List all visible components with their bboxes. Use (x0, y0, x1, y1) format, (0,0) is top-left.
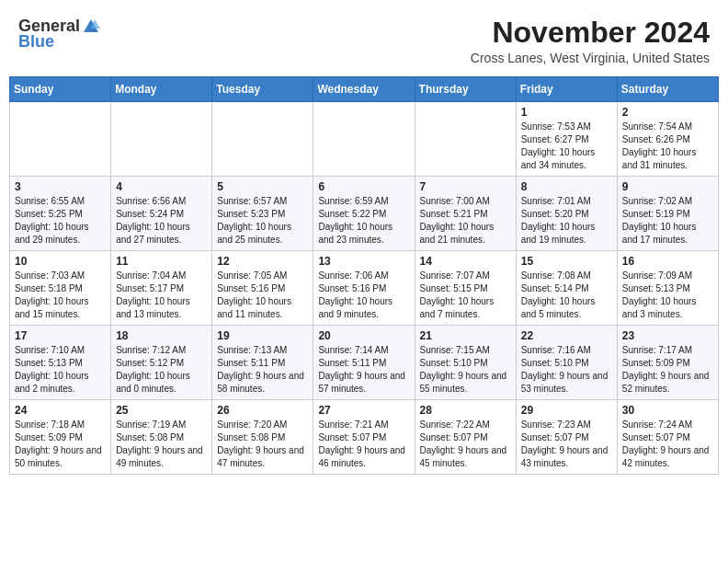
day-number: 7 (420, 180, 511, 193)
day-info: Sunrise: 7:22 AM Sunset: 5:07 PM Dayligh… (420, 419, 511, 470)
day-number: 15 (521, 255, 612, 268)
day-number: 13 (318, 255, 409, 268)
day-number: 25 (116, 404, 207, 417)
calendar-cell: 19Sunrise: 7:13 AM Sunset: 5:11 PM Dayli… (212, 326, 313, 400)
calendar-cell: 16Sunrise: 7:09 AM Sunset: 5:13 PM Dayli… (617, 251, 718, 326)
calendar-cell: 28Sunrise: 7:22 AM Sunset: 5:07 PM Dayli… (415, 400, 516, 475)
day-number: 8 (521, 180, 612, 193)
day-info: Sunrise: 7:10 AM Sunset: 5:13 PM Dayligh… (15, 344, 106, 396)
day-info: Sunrise: 7:54 AM Sunset: 6:26 PM Dayligh… (622, 121, 713, 172)
calendar-cell (10, 102, 111, 177)
day-number: 9 (622, 180, 713, 193)
day-number: 23 (622, 329, 713, 342)
logo-icon (82, 17, 100, 36)
day-number: 18 (116, 329, 207, 342)
day-number: 27 (318, 404, 409, 417)
calendar-cell: 29Sunrise: 7:23 AM Sunset: 5:07 PM Dayli… (516, 400, 617, 475)
calendar-cell: 4Sunrise: 6:56 AM Sunset: 5:24 PM Daylig… (111, 177, 212, 251)
calendar-cell: 15Sunrise: 7:08 AM Sunset: 5:14 PM Dayli… (516, 251, 617, 326)
day-info: Sunrise: 7:14 AM Sunset: 5:11 PM Dayligh… (318, 344, 409, 396)
calendar-week-row: 17Sunrise: 7:10 AM Sunset: 5:13 PM Dayli… (10, 326, 719, 400)
day-info: Sunrise: 7:23 AM Sunset: 5:07 PM Dayligh… (521, 419, 612, 470)
calendar-cell (212, 102, 313, 177)
calendar-cell: 27Sunrise: 7:21 AM Sunset: 5:07 PM Dayli… (313, 400, 415, 475)
day-info: Sunrise: 7:17 AM Sunset: 5:09 PM Dayligh… (622, 344, 713, 396)
day-info: Sunrise: 7:53 AM Sunset: 6:27 PM Dayligh… (521, 121, 612, 172)
page-header: General Blue November 2024 Cross Lanes, … (9, 9, 719, 69)
day-number: 30 (622, 404, 713, 417)
calendar-cell: 8Sunrise: 7:01 AM Sunset: 5:20 PM Daylig… (516, 177, 617, 251)
day-info: Sunrise: 6:56 AM Sunset: 5:24 PM Dayligh… (116, 195, 207, 247)
day-info: Sunrise: 7:18 AM Sunset: 5:09 PM Dayligh… (15, 419, 106, 470)
day-number: 28 (420, 404, 511, 417)
calendar-cell (313, 102, 415, 177)
calendar-cell: 6Sunrise: 6:59 AM Sunset: 5:22 PM Daylig… (313, 177, 415, 251)
day-info: Sunrise: 7:12 AM Sunset: 5:12 PM Dayligh… (116, 344, 207, 396)
day-number: 17 (15, 329, 106, 342)
day-number: 21 (420, 329, 511, 342)
day-number: 2 (622, 106, 713, 119)
calendar-cell: 20Sunrise: 7:14 AM Sunset: 5:11 PM Dayli… (313, 326, 415, 400)
logo-blue-text: Blue (18, 32, 54, 52)
calendar-cell (111, 102, 212, 177)
day-info: Sunrise: 7:19 AM Sunset: 5:08 PM Dayligh… (116, 419, 207, 470)
calendar-cell: 9Sunrise: 7:02 AM Sunset: 5:19 PM Daylig… (617, 177, 718, 251)
day-info: Sunrise: 7:00 AM Sunset: 5:21 PM Dayligh… (420, 195, 511, 247)
calendar-cell: 17Sunrise: 7:10 AM Sunset: 5:13 PM Dayli… (10, 326, 111, 400)
calendar-cell (415, 102, 516, 177)
calendar-day-header: Friday (516, 77, 617, 102)
calendar-cell: 2Sunrise: 7:54 AM Sunset: 6:26 PM Daylig… (617, 102, 718, 177)
day-number: 12 (217, 255, 308, 268)
day-number: 24 (15, 404, 106, 417)
day-number: 11 (116, 255, 207, 268)
day-number: 19 (217, 329, 308, 342)
calendar-week-row: 1Sunrise: 7:53 AM Sunset: 6:27 PM Daylig… (10, 102, 719, 177)
calendar-day-header: Sunday (10, 77, 111, 102)
calendar-week-row: 10Sunrise: 7:03 AM Sunset: 5:18 PM Dayli… (10, 251, 719, 326)
day-info: Sunrise: 7:13 AM Sunset: 5:11 PM Dayligh… (217, 344, 308, 396)
day-info: Sunrise: 7:21 AM Sunset: 5:07 PM Dayligh… (318, 419, 409, 470)
calendar-cell: 25Sunrise: 7:19 AM Sunset: 5:08 PM Dayli… (111, 400, 212, 475)
title-area: November 2024 Cross Lanes, West Virginia… (471, 17, 710, 65)
calendar-cell: 3Sunrise: 6:55 AM Sunset: 5:25 PM Daylig… (10, 177, 111, 251)
calendar-cell: 23Sunrise: 7:17 AM Sunset: 5:09 PM Dayli… (617, 326, 718, 400)
calendar-cell: 13Sunrise: 7:06 AM Sunset: 5:16 PM Dayli… (313, 251, 415, 326)
month-title: November 2024 (471, 17, 710, 49)
calendar-week-row: 3Sunrise: 6:55 AM Sunset: 5:25 PM Daylig… (10, 177, 719, 251)
day-number: 6 (318, 180, 409, 193)
day-number: 22 (521, 329, 612, 342)
day-info: Sunrise: 7:24 AM Sunset: 5:07 PM Dayligh… (622, 419, 713, 470)
calendar-day-header: Thursday (415, 77, 516, 102)
day-info: Sunrise: 7:06 AM Sunset: 5:16 PM Dayligh… (318, 270, 409, 321)
day-info: Sunrise: 7:04 AM Sunset: 5:17 PM Dayligh… (116, 270, 207, 321)
calendar-table: SundayMondayTuesdayWednesdayThursdayFrid… (9, 76, 719, 475)
calendar-cell: 7Sunrise: 7:00 AM Sunset: 5:21 PM Daylig… (415, 177, 516, 251)
day-info: Sunrise: 6:59 AM Sunset: 5:22 PM Dayligh… (318, 195, 409, 247)
day-info: Sunrise: 7:16 AM Sunset: 5:10 PM Dayligh… (521, 344, 612, 396)
day-info: Sunrise: 7:05 AM Sunset: 5:16 PM Dayligh… (217, 270, 308, 321)
calendar-cell: 21Sunrise: 7:15 AM Sunset: 5:10 PM Dayli… (415, 326, 516, 400)
calendar-cell: 5Sunrise: 6:57 AM Sunset: 5:23 PM Daylig… (212, 177, 313, 251)
day-info: Sunrise: 7:01 AM Sunset: 5:20 PM Dayligh… (521, 195, 612, 247)
day-number: 4 (116, 180, 207, 193)
calendar-day-header: Tuesday (212, 77, 313, 102)
day-info: Sunrise: 7:20 AM Sunset: 5:08 PM Dayligh… (217, 419, 308, 470)
day-number: 3 (15, 180, 106, 193)
location-text: Cross Lanes, West Virginia, United State… (471, 51, 710, 65)
day-number: 29 (521, 404, 612, 417)
calendar-cell: 26Sunrise: 7:20 AM Sunset: 5:08 PM Dayli… (212, 400, 313, 475)
day-number: 20 (318, 329, 409, 342)
day-number: 1 (521, 106, 612, 119)
calendar-cell: 30Sunrise: 7:24 AM Sunset: 5:07 PM Dayli… (617, 400, 718, 475)
logo: General Blue (18, 17, 100, 52)
calendar-day-header: Saturday (617, 77, 718, 102)
calendar-cell: 24Sunrise: 7:18 AM Sunset: 5:09 PM Dayli… (10, 400, 111, 475)
day-info: Sunrise: 6:55 AM Sunset: 5:25 PM Dayligh… (15, 195, 106, 247)
day-info: Sunrise: 7:02 AM Sunset: 5:19 PM Dayligh… (622, 195, 713, 247)
calendar-cell: 1Sunrise: 7:53 AM Sunset: 6:27 PM Daylig… (516, 102, 617, 177)
day-number: 5 (217, 180, 308, 193)
calendar-header-row: SundayMondayTuesdayWednesdayThursdayFrid… (10, 77, 719, 102)
day-info: Sunrise: 6:57 AM Sunset: 5:23 PM Dayligh… (217, 195, 308, 247)
day-number: 16 (622, 255, 713, 268)
calendar-cell: 11Sunrise: 7:04 AM Sunset: 5:17 PM Dayli… (111, 251, 212, 326)
